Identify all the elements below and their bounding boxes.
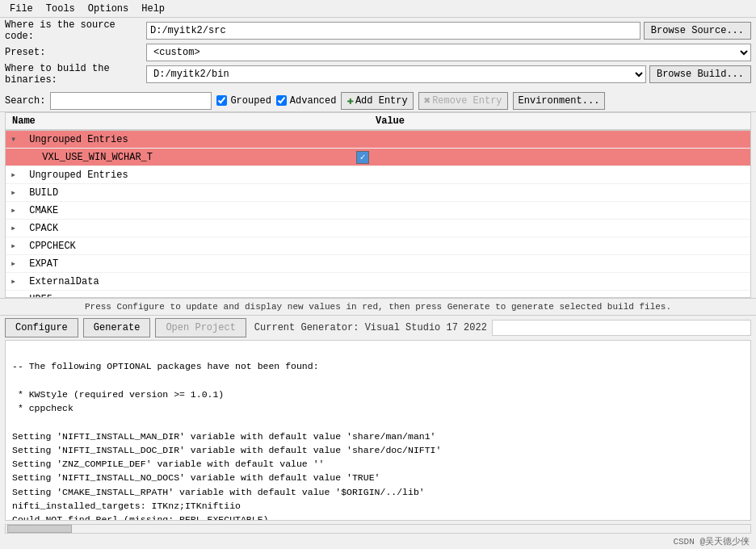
action-row: Configure Generate Open Project Current …	[0, 316, 756, 340]
advanced-checkbox-group: Advanced	[276, 95, 337, 107]
menu-help[interactable]: Help	[135, 2, 171, 16]
table-row[interactable]: ▸ Ungrouped Entries	[6, 166, 750, 184]
watermark: CSDN @吴天德少侠	[0, 534, 756, 549]
add-entry-label: Add Entry	[355, 95, 408, 107]
table-row[interactable]: VXL_USE_WIN_WCHAR_T ✓	[6, 149, 750, 166]
grouped-label[interactable]: Grouped	[230, 95, 271, 107]
row-name-text: VXL_USE_WIN_WCHAR_T	[42, 152, 153, 163]
menu-options[interactable]: Options	[82, 2, 135, 16]
expand-icon: ▸	[10, 169, 23, 181]
configure-button[interactable]: Configure	[5, 318, 78, 337]
progress-area	[492, 320, 751, 336]
remove-entry-label: Remove Entry	[432, 95, 502, 107]
advanced-checkbox[interactable]	[276, 95, 287, 106]
table-container[interactable]: Name Value ▾ Ungrouped Entries VXL_USE_W…	[5, 112, 751, 298]
row-name-text: Ungrouped Entries	[29, 170, 128, 181]
browse-build-button[interactable]: Browse Build...	[649, 65, 751, 83]
search-input[interactable]	[50, 92, 212, 110]
preset-select[interactable]: <custom>	[146, 44, 751, 61]
preset-label: Preset:	[5, 47, 146, 58]
status-bar: Press Configure to update and display ne…	[0, 298, 756, 316]
plus-icon: ✚	[346, 94, 353, 107]
preset-row: Preset: <custom>	[5, 43, 751, 62]
horizontal-scrollbar[interactable]	[5, 524, 751, 534]
environment-button[interactable]: Environment...	[513, 92, 606, 110]
binary-select[interactable]: D:/myitk2/bin	[146, 65, 646, 83]
remove-entry-button[interactable]: ✖ Remove Entry	[418, 92, 508, 110]
console-output[interactable]: -- The following OPTIONAL packages have …	[5, 340, 751, 521]
table-row[interactable]: ▸ CPPCHECK	[6, 237, 750, 255]
browse-source-button[interactable]: Browse Source...	[644, 22, 751, 40]
add-entry-button[interactable]: ✚ Add Entry	[341, 92, 413, 110]
expand-icon	[23, 152, 36, 163]
generate-button[interactable]: Generate	[83, 318, 151, 337]
expand-icon: ▸	[10, 222, 23, 234]
search-label: Search:	[5, 95, 45, 107]
col-value-header: Value	[369, 115, 750, 127]
source-row: Where is the source code: Browse Source.…	[5, 21, 751, 40]
menu-bar: File Tools Options Help	[0, 0, 756, 18]
table-row[interactable]: ▸ CPACK	[6, 220, 750, 237]
menu-tools[interactable]: Tools	[40, 2, 82, 16]
row-name-text: Ungrouped Entries	[29, 134, 128, 145]
main-layout: Where is the source code: Browse Source.…	[0, 18, 756, 549]
generator-info: Current Generator: Visual Studio 17 2022	[254, 322, 487, 333]
col-name-header: Name	[6, 115, 369, 127]
menu-file[interactable]: File	[3, 2, 40, 16]
row-name-text: ExternalData	[29, 276, 99, 287]
scrollbar-thumb[interactable]	[7, 525, 72, 533]
table-row[interactable]: ▸ HDF5	[6, 291, 750, 298]
row-name-text: CPPCHECK	[29, 241, 76, 252]
grouped-checkbox[interactable]	[216, 95, 227, 106]
expand-icon: ▸	[10, 204, 23, 216]
row-value: ✓	[356, 151, 750, 164]
table-row[interactable]: ▸ EXPAT	[6, 255, 750, 273]
row-name-text: CPACK	[29, 223, 58, 234]
table-header: Name Value	[6, 113, 750, 131]
expand-icon: ▸	[10, 258, 23, 270]
expand-icon: ▸	[10, 240, 23, 252]
table-row[interactable]: ▾ Ungrouped Entries	[6, 131, 750, 149]
advanced-label[interactable]: Advanced	[290, 95, 337, 107]
row-name-text: EXPAT	[29, 258, 58, 270]
row-name-text: CMAKE	[29, 205, 58, 216]
form-section: Where is the source code: Browse Source.…	[0, 18, 756, 90]
table-row[interactable]: ▸ BUILD	[6, 184, 750, 202]
source-input[interactable]	[146, 22, 640, 40]
binary-label: Where to build the binaries:	[5, 63, 146, 86]
grouped-checkbox-group: Grouped	[216, 95, 271, 107]
value-checkbox[interactable]: ✓	[356, 151, 369, 164]
expand-icon: ▸	[10, 186, 23, 199]
x-icon: ✖	[424, 94, 430, 107]
table-row[interactable]: ▸ CMAKE	[6, 202, 750, 220]
expand-icon: ▾	[10, 133, 23, 145]
table-row[interactable]: ▸ ExternalData	[6, 273, 750, 291]
open-project-button[interactable]: Open Project	[155, 318, 246, 337]
source-label: Where is the source code:	[5, 19, 146, 42]
toolbar-row: Search: Grouped Advanced ✚ Add Entry ✖ R…	[0, 90, 756, 112]
row-name-text: BUILD	[29, 187, 58, 199]
binary-row: Where to build the binaries: D:/myitk2/b…	[5, 65, 751, 84]
expand-icon: ▸	[10, 275, 23, 287]
